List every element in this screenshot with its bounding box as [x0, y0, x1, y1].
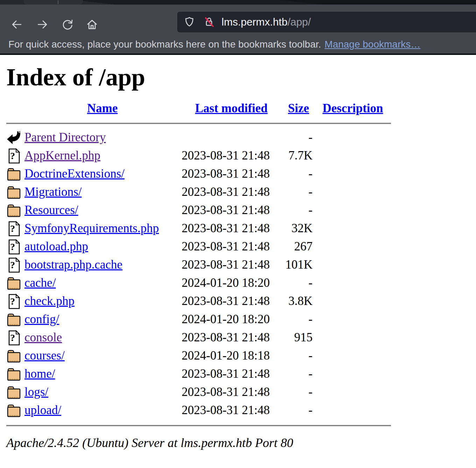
sort-by-description-link[interactable]: Description — [322, 101, 383, 115]
home-button[interactable] — [85, 18, 99, 31]
forward-icon — [36, 18, 49, 31]
back-icon — [10, 18, 23, 31]
svg-text:?: ? — [10, 223, 15, 234]
description-cell — [315, 256, 391, 274]
size-cell: - — [282, 165, 315, 183]
table-row: ?bootstrap.php.cache2023-08-31 21:48101K — [6, 256, 391, 274]
unknown-file-icon: ? — [6, 328, 24, 347]
browser-window: lms.permx.htb/app/ For quick access, pla… — [0, 0, 476, 451]
page-content: Index of /app Name Last modified Size De… — [0, 63, 476, 451]
entry-link[interactable]: logs/ — [24, 385, 48, 399]
size-cell: 3.8K — [282, 292, 315, 310]
unknown-file-icon: ? — [6, 147, 24, 165]
server-signature: Apache/2.4.52 (Ubuntu) Server at lms.per… — [6, 435, 476, 451]
entry-link[interactable]: bootstrap.php.cache — [24, 258, 122, 271]
folder-icon — [6, 401, 24, 419]
home-icon — [85, 18, 99, 31]
description-cell — [315, 328, 391, 347]
size-cell: 267 — [282, 237, 315, 256]
folder-icon — [6, 274, 24, 292]
modified-cell: 2023-08-31 21:48 — [180, 183, 282, 201]
back-button[interactable] — [10, 18, 23, 31]
manage-bookmarks-link[interactable]: Manage bookmarks… — [324, 39, 420, 50]
table-row: courses/2024-01-20 18:18- — [6, 347, 391, 365]
unknown-file-icon: ? — [6, 292, 24, 310]
modified-cell: 2023-08-31 21:48 — [180, 165, 282, 183]
entry-link[interactable]: check.php — [24, 294, 75, 308]
entry-link[interactable]: upload/ — [24, 403, 61, 417]
tab-strip — [0, 0, 476, 5]
directory-listing: Name Last modified Size Description Pare… — [6, 95, 391, 431]
description-cell — [315, 292, 391, 310]
url-bar[interactable]: lms.permx.htb/app/ — [177, 11, 476, 33]
modified-cell: 2024-01-20 18:18 — [180, 347, 282, 365]
entry-link[interactable]: courses/ — [24, 349, 65, 362]
reload-button[interactable] — [61, 18, 74, 31]
description-cell — [315, 365, 391, 383]
size-cell: - — [282, 310, 315, 328]
url-path: /app/ — [287, 16, 311, 28]
table-row: Parent Directory- — [6, 128, 391, 147]
description-cell — [315, 183, 391, 201]
description-cell — [315, 274, 391, 292]
sort-by-modified-link[interactable]: Last modified — [195, 101, 267, 115]
insecure-lock-icon[interactable] — [203, 16, 215, 28]
description-cell — [315, 310, 391, 328]
sort-by-size-link[interactable]: Size — [288, 101, 309, 115]
size-cell: - — [282, 365, 315, 383]
tracking-shield-icon[interactable] — [183, 16, 196, 28]
size-cell: - — [282, 183, 315, 201]
page-title: Index of /app — [6, 63, 476, 91]
entry-link[interactable]: Resources/ — [24, 203, 78, 217]
svg-text:?: ? — [10, 150, 15, 161]
header-divider — [6, 123, 391, 124]
size-cell: - — [282, 347, 315, 365]
entry-link[interactable]: config/ — [24, 312, 59, 326]
table-row: logs/2023-08-31 21:48- — [6, 383, 391, 401]
folder-icon — [6, 365, 24, 383]
entry-link[interactable]: Migrations/ — [24, 185, 82, 199]
modified-cell: 2023-08-31 21:48 — [180, 292, 282, 310]
icon-column-header — [6, 95, 24, 117]
entry-link[interactable]: autoload.php — [24, 240, 88, 253]
reload-icon — [61, 18, 74, 31]
entry-link[interactable]: DoctrineExtensions/ — [24, 167, 125, 180]
entry-link[interactable]: AppKernel.php — [24, 149, 100, 162]
svg-text:?: ? — [10, 296, 15, 307]
description-cell — [315, 128, 391, 147]
unknown-file-icon: ? — [6, 256, 24, 274]
entry-link[interactable]: SymfonyRequirements.php — [24, 221, 159, 235]
size-cell: 7.7K — [282, 147, 315, 165]
size-cell: 915 — [282, 328, 315, 347]
description-cell — [315, 201, 391, 219]
entry-link[interactable]: console — [24, 331, 62, 344]
description-cell — [315, 347, 391, 365]
chrome-content-divider — [0, 54, 476, 55]
unknown-file-icon: ? — [6, 237, 24, 256]
forward-button[interactable] — [36, 18, 49, 31]
back-arrow-icon — [6, 128, 24, 147]
active-tab-sliver[interactable] — [23, 0, 83, 5]
entry-link[interactable]: Parent Directory — [24, 130, 106, 144]
description-cell — [315, 237, 391, 256]
table-row: Resources/2023-08-31 21:48- — [6, 201, 391, 219]
modified-cell: 2024-01-20 18:20 — [180, 274, 282, 292]
tabstrip-decoration — [280, 0, 476, 5]
description-cell — [315, 383, 391, 401]
size-cell: 101K — [282, 256, 315, 274]
description-cell — [315, 165, 391, 183]
table-row: ?check.php2023-08-31 21:483.8K — [6, 292, 391, 310]
description-cell — [315, 401, 391, 419]
tab-separator — [58, 0, 58, 4]
entry-link[interactable]: cache/ — [24, 276, 56, 290]
size-cell: - — [282, 383, 315, 401]
footer-divider — [6, 425, 391, 426]
modified-cell: 2023-08-31 21:48 — [180, 147, 282, 165]
url-text[interactable]: lms.permx.htb/app/ — [222, 17, 311, 27]
entry-link[interactable]: home/ — [24, 367, 55, 381]
table-row: DoctrineExtensions/2023-08-31 21:48- — [6, 165, 391, 183]
sort-by-name-link[interactable]: Name — [87, 101, 118, 115]
modified-cell: 2023-08-31 21:48 — [180, 401, 282, 419]
table-row: ?SymfonyRequirements.php2023-08-31 21:48… — [6, 219, 391, 237]
modified-cell: 2023-08-31 21:48 — [180, 219, 282, 237]
